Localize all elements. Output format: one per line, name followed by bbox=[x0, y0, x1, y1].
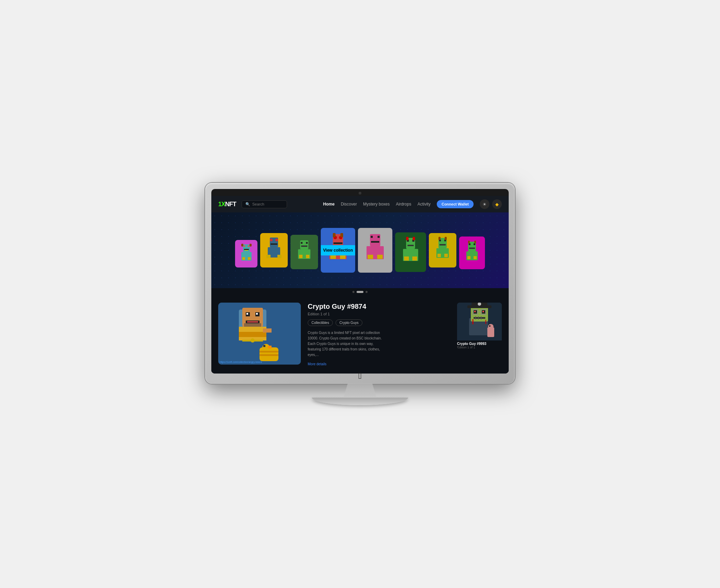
nft-sidebar: Crypto Guy #9993 Edition 1 of 1 bbox=[457, 303, 502, 367]
svg-rect-15 bbox=[266, 255, 271, 258]
main-content: https://1xnft.com/collection/angry-beans… bbox=[211, 296, 509, 374]
svg-rect-6 bbox=[242, 257, 245, 260]
svg-rect-19 bbox=[306, 242, 308, 244]
svg-rect-36 bbox=[371, 241, 379, 243]
nav-activity[interactable]: Activity bbox=[417, 202, 431, 207]
nav-icons: ☀ ◆ bbox=[480, 199, 502, 209]
svg-rect-108 bbox=[489, 325, 490, 327]
svg-point-11 bbox=[270, 239, 273, 241]
svg-rect-1 bbox=[244, 245, 245, 247]
dot-3[interactable] bbox=[366, 291, 368, 293]
nav-mystery[interactable]: Mystery boxes bbox=[363, 202, 390, 207]
svg-rect-80 bbox=[263, 328, 272, 333]
svg-rect-22 bbox=[299, 255, 303, 258]
tag-crypto-guys[interactable]: Crypto Guys bbox=[336, 319, 362, 326]
webcam-dot bbox=[359, 192, 361, 195]
nft-card-3[interactable] bbox=[290, 235, 318, 269]
chain-selector-button[interactable]: ◆ bbox=[492, 199, 502, 209]
nav-airdrops[interactable]: Airdrops bbox=[396, 202, 411, 207]
svg-rect-46 bbox=[412, 256, 417, 261]
monitor-stand-base bbox=[312, 398, 408, 405]
monitor-stand-neck bbox=[339, 384, 381, 398]
nav-discover[interactable]: Discover bbox=[341, 202, 357, 207]
svg-rect-27 bbox=[333, 242, 342, 244]
svg-rect-73 bbox=[256, 313, 258, 315]
svg-rect-65 bbox=[468, 241, 470, 243]
svg-rect-60 bbox=[474, 243, 475, 245]
nav-home[interactable]: Home bbox=[323, 202, 335, 207]
nft-card-5[interactable] bbox=[358, 228, 392, 273]
monitor-frame: 1XNFT 🔍 Home Discover Mystery boxes Aird… bbox=[205, 183, 515, 384]
svg-rect-52 bbox=[440, 244, 446, 245]
theme-toggle-button[interactable]: ☀ bbox=[480, 199, 489, 209]
svg-rect-32 bbox=[340, 233, 343, 237]
search-bar[interactable]: 🔍 bbox=[242, 200, 287, 208]
binance-icon: ◆ bbox=[495, 202, 499, 207]
svg-rect-3 bbox=[244, 249, 249, 250]
nft-edition: Edition 1 of 1 bbox=[308, 312, 450, 316]
svg-rect-54 bbox=[437, 254, 441, 257]
tag-collectibles[interactable]: Collectibles bbox=[308, 319, 333, 326]
nft-art-6 bbox=[399, 236, 423, 269]
nft-card-7[interactable] bbox=[429, 233, 456, 267]
view-collection-button[interactable]: View collection bbox=[321, 245, 355, 255]
svg-rect-66 bbox=[474, 241, 476, 243]
search-input[interactable] bbox=[252, 202, 283, 206]
nft-art-2 bbox=[264, 236, 284, 265]
nft-card-center[interactable]: View collection bbox=[321, 228, 355, 273]
svg-rect-87 bbox=[260, 351, 278, 353]
dot-1[interactable] bbox=[352, 291, 354, 293]
svg-rect-16 bbox=[277, 255, 282, 258]
svg-rect-20 bbox=[301, 245, 307, 247]
nft-card-1[interactable] bbox=[235, 240, 257, 267]
svg-rect-110 bbox=[485, 320, 486, 324]
svg-rect-7 bbox=[248, 257, 251, 260]
dot-2[interactable] bbox=[357, 291, 363, 293]
svg-rect-17 bbox=[300, 240, 308, 249]
svg-rect-103 bbox=[475, 316, 476, 319]
nft-cards-row: View collection bbox=[232, 228, 488, 273]
nft-card-2[interactable] bbox=[260, 233, 288, 267]
more-details-link[interactable]: More details bbox=[308, 362, 326, 366]
nft-art-8 bbox=[463, 240, 481, 266]
url-bar: https://1xnft.com/collection/angry-beans bbox=[220, 361, 262, 363]
logo-nft: NFT bbox=[225, 201, 236, 208]
svg-rect-56 bbox=[438, 237, 441, 240]
svg-rect-77 bbox=[239, 327, 266, 332]
nft-thumb-title: Crypto Guy #9993 bbox=[457, 342, 502, 346]
monitor-wrapper: 1XNFT 🔍 Home Discover Mystery boxes Aird… bbox=[205, 183, 515, 405]
apple-logo:  bbox=[358, 370, 362, 381]
connect-wallet-button[interactable]: Connect Wallet bbox=[437, 200, 474, 208]
svg-rect-2 bbox=[248, 245, 249, 247]
svg-point-82 bbox=[251, 338, 255, 343]
nft-art-3 bbox=[294, 238, 315, 267]
nft-thumbnail[interactable]: Crypto Guy #9993 Edition 1 of 1 bbox=[457, 303, 502, 349]
monitor-bezel: 1XNFT 🔍 Home Discover Mystery boxes Aird… bbox=[211, 189, 509, 374]
svg-rect-47 bbox=[406, 237, 409, 240]
svg-rect-34 bbox=[371, 236, 373, 238]
nft-title: Crypto Guy #9874 bbox=[308, 303, 450, 311]
svg-rect-57 bbox=[445, 237, 447, 240]
nft-main-image: https://1xnft.com/collection/angry-beans bbox=[218, 303, 301, 365]
svg-rect-64 bbox=[474, 256, 477, 259]
svg-rect-31 bbox=[333, 233, 336, 237]
nft-thumb-edition: Edition 1 of 1 bbox=[457, 346, 502, 349]
svg-rect-39 bbox=[377, 255, 383, 259]
svg-rect-105 bbox=[481, 316, 481, 319]
svg-rect-38 bbox=[368, 255, 373, 259]
svg-rect-99 bbox=[473, 309, 478, 314]
nft-art-1 bbox=[238, 243, 255, 265]
svg-rect-43 bbox=[407, 245, 414, 246]
svg-rect-35 bbox=[378, 236, 380, 238]
logo: 1XNFT bbox=[218, 201, 236, 208]
nft-description: Crypto Guys is a limited NFT pixel art c… bbox=[308, 330, 383, 358]
svg-rect-18 bbox=[301, 242, 303, 244]
hero-banner: View collection bbox=[211, 212, 509, 288]
svg-rect-109 bbox=[472, 319, 474, 324]
nft-card-8[interactable] bbox=[459, 237, 485, 269]
svg-rect-45 bbox=[404, 256, 409, 261]
nft-card-6[interactable] bbox=[395, 232, 426, 272]
nft-art-7 bbox=[432, 236, 453, 265]
nft-tags: Collectibles Crypto Guys bbox=[308, 319, 450, 326]
nav-links: Home Discover Mystery boxes Airdrops Act… bbox=[323, 199, 502, 209]
